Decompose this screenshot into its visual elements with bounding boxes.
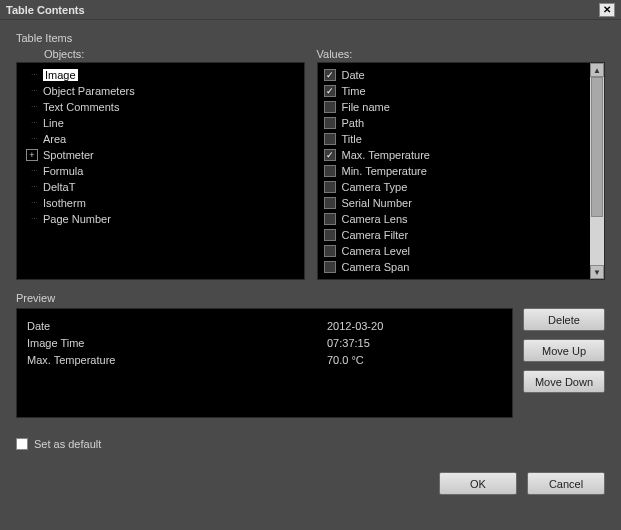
values-item[interactable]: Camera Span — [318, 259, 591, 275]
scroll-down-button[interactable]: ▼ — [590, 265, 604, 279]
values-item-label: Camera Filter — [342, 229, 409, 241]
values-item-label: Camera Span — [342, 261, 410, 273]
values-item-label: Date — [342, 69, 365, 81]
values-item-checkbox[interactable] — [324, 229, 336, 241]
tree-spacer: ⋯ — [25, 167, 43, 175]
objects-item[interactable]: ⋯Image — [17, 67, 304, 83]
values-item[interactable]: Camera Level — [318, 243, 591, 259]
values-item-checkbox[interactable] — [324, 133, 336, 145]
preview-value: 07:37:15 — [327, 337, 370, 349]
ok-button[interactable]: OK — [439, 472, 517, 495]
values-item-checkbox[interactable] — [324, 101, 336, 113]
values-item-checkbox[interactable] — [324, 181, 336, 193]
values-item-label: Camera Type — [342, 181, 408, 193]
values-item-checkbox[interactable] — [324, 165, 336, 177]
preview-key: Date — [27, 320, 327, 332]
preview-value: 70.0 °C — [327, 354, 364, 366]
objects-item-label: Isotherm — [43, 197, 86, 209]
tree-spacer: ⋯ — [25, 135, 43, 143]
tree-spacer: ⋯ — [25, 71, 43, 79]
move-up-button[interactable]: Move Up — [523, 339, 605, 362]
move-down-button[interactable]: Move Down — [523, 370, 605, 393]
preview-key: Max. Temperature — [27, 354, 327, 366]
values-panel: Values: DateTimeFile namePathTitleMax. T… — [317, 48, 606, 280]
dialog-footer: OK Cancel — [16, 472, 605, 495]
set-as-default-checkbox[interactable] — [16, 438, 28, 450]
values-item[interactable]: Serial Number — [318, 195, 591, 211]
values-item[interactable]: Title — [318, 131, 591, 147]
tree-spacer: ⋯ — [25, 183, 43, 191]
preview-row: Max. Temperature70.0 °C — [27, 351, 502, 368]
objects-item-label: Spotmeter — [43, 149, 94, 161]
objects-item[interactable]: ⋯Formula — [17, 163, 304, 179]
objects-listbox[interactable]: ⋯Image⋯Object Parameters⋯Text Comments⋯L… — [16, 62, 305, 280]
objects-item[interactable]: ⋯Isotherm — [17, 195, 304, 211]
dialog-window: Table Contents ✕ Table Items Objects: ⋯I… — [0, 0, 621, 530]
set-as-default-label: Set as default — [34, 438, 101, 450]
dialog-body: Table Items Objects: ⋯Image⋯Object Param… — [0, 20, 621, 530]
tree-spacer: ⋯ — [25, 87, 43, 95]
values-item[interactable]: Max. Temperature — [318, 147, 591, 163]
values-item-checkbox[interactable] — [324, 85, 336, 97]
objects-item-label: Line — [43, 117, 64, 129]
values-label: Values: — [317, 48, 606, 60]
values-item-checkbox[interactable] — [324, 245, 336, 257]
window-title: Table Contents — [6, 4, 599, 16]
values-item[interactable]: Date — [318, 67, 591, 83]
values-item-checkbox[interactable] — [324, 261, 336, 273]
objects-panel: Objects: ⋯Image⋯Object Parameters⋯Text C… — [16, 48, 305, 280]
values-item[interactable]: Camera Filter — [318, 227, 591, 243]
set-as-default-row: Set as default — [16, 438, 605, 450]
objects-item[interactable]: ⋯Text Comments — [17, 99, 304, 115]
values-listbox[interactable]: DateTimeFile namePathTitleMax. Temperatu… — [317, 62, 606, 280]
values-item[interactable]: Camera Lens — [318, 211, 591, 227]
preview-key: Image Time — [27, 337, 327, 349]
objects-item[interactable]: ⋯Area — [17, 131, 304, 147]
values-item[interactable]: Time — [318, 83, 591, 99]
preview-label: Preview — [16, 292, 605, 304]
objects-label: Objects: — [44, 48, 305, 60]
preview-buttons: Delete Move Up Move Down — [523, 308, 605, 418]
close-button[interactable]: ✕ — [599, 3, 615, 17]
objects-item[interactable]: ⋯Object Parameters — [17, 83, 304, 99]
tree-expand-icon[interactable]: + — [25, 149, 43, 161]
values-item-label: Time — [342, 85, 366, 97]
tree-spacer: ⋯ — [25, 199, 43, 207]
tree-spacer: ⋯ — [25, 103, 43, 111]
tree-spacer: ⋯ — [25, 119, 43, 127]
values-item-label: Max. Temperature — [342, 149, 430, 161]
objects-item-label: DeltaT — [43, 181, 75, 193]
values-item[interactable]: Min. Temperature — [318, 163, 591, 179]
values-item-label: Camera Lens — [342, 213, 408, 225]
objects-item[interactable]: ⋯DeltaT — [17, 179, 304, 195]
values-item-checkbox[interactable] — [324, 213, 336, 225]
tree-spacer: ⋯ — [25, 215, 43, 223]
objects-item[interactable]: ⋯Page Number — [17, 211, 304, 227]
objects-item-label: Formula — [43, 165, 83, 177]
scroll-up-button[interactable]: ▲ — [590, 63, 604, 77]
values-item[interactable]: File name — [318, 99, 591, 115]
values-item-checkbox[interactable] — [324, 149, 336, 161]
values-item[interactable]: Camera Type — [318, 179, 591, 195]
values-item-checkbox[interactable] — [324, 197, 336, 209]
preview-box: Date2012-03-20Image Time07:37:15Max. Tem… — [16, 308, 513, 418]
objects-item-label: Area — [43, 133, 66, 145]
top-row: Objects: ⋯Image⋯Object Parameters⋯Text C… — [16, 48, 605, 280]
objects-item-label: Text Comments — [43, 101, 119, 113]
values-scrollbar[interactable]: ▲ ▼ — [590, 63, 604, 279]
delete-button[interactable]: Delete — [523, 308, 605, 331]
values-item[interactable]: Path — [318, 115, 591, 131]
values-item-label: Path — [342, 117, 365, 129]
objects-item[interactable]: ⋯Line — [17, 115, 304, 131]
preview-body: Date2012-03-20Image Time07:37:15Max. Tem… — [16, 308, 605, 418]
scroll-thumb[interactable] — [591, 77, 603, 217]
values-item-label: File name — [342, 101, 390, 113]
values-item-label: Title — [342, 133, 362, 145]
values-item-checkbox[interactable] — [324, 117, 336, 129]
objects-item-label: Image — [43, 69, 78, 81]
objects-item[interactable]: +Spotmeter — [17, 147, 304, 163]
scroll-track[interactable] — [590, 77, 604, 265]
values-item-label: Camera Level — [342, 245, 410, 257]
values-item-checkbox[interactable] — [324, 69, 336, 81]
cancel-button[interactable]: Cancel — [527, 472, 605, 495]
